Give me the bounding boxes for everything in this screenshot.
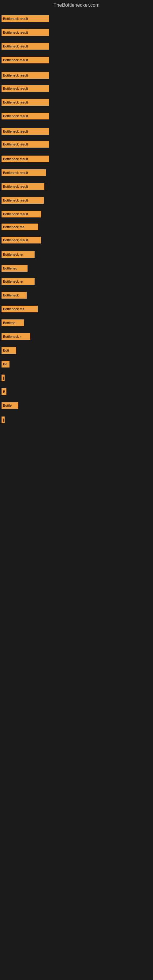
bar-label: Bottleneck result — [2, 29, 49, 36]
bar-label: Bottleneck result — [2, 141, 49, 148]
bar-item: Bottleneck re — [2, 278, 35, 285]
bar-label: B — [2, 388, 6, 395]
bar-item: Bottle — [2, 402, 18, 409]
bar-item: Bottleneck result — [2, 29, 49, 36]
bar-label: Bottleneck result — [2, 169, 46, 176]
bar-label: Bottleneck result — [2, 211, 41, 218]
bar-item: Bottleneck result — [2, 141, 49, 148]
bar-item: Bottleneck result — [2, 43, 49, 49]
bar-item: Bottleneck result — [2, 99, 49, 106]
bar-item: Bottleneck result — [2, 156, 49, 162]
bar-item: Bottlene — [2, 320, 24, 326]
bar-label: Bottle — [2, 402, 18, 409]
bar-item: Bott — [2, 347, 16, 354]
bar-label: Bottleneck result — [2, 57, 49, 64]
bar-label: Bottlene — [2, 320, 24, 326]
bar-item: Bottleneck result — [2, 15, 49, 22]
bar-item: Bottleneck — [2, 292, 27, 299]
bar-label: Bott — [2, 347, 16, 354]
bar-label: | — [2, 375, 5, 381]
bar-label: Bottleneck result — [2, 72, 49, 79]
bar-item: Bottleneck result — [2, 237, 41, 243]
bar-label: Bottleneck result — [2, 128, 49, 135]
bar-label: Bottleneck result — [2, 183, 45, 190]
bar-item: Bottleneck result — [2, 183, 45, 190]
bar-item: Bottleneck res — [2, 305, 38, 312]
bar-label: Bottleneck result — [2, 85, 49, 92]
bar-item: Bottlenec — [2, 265, 27, 272]
bar-label: Bottleneck res — [2, 224, 38, 230]
bottom-area — [0, 514, 153, 980]
bar-item: Bottleneck result — [2, 197, 44, 204]
bar-item: Bo — [2, 361, 10, 368]
bar-label: Bottleneck result — [2, 99, 49, 106]
bar-item: Bottleneck result — [2, 211, 41, 218]
bar-label: Bottleneck res — [2, 305, 38, 312]
bar-label: Bottleneck re — [2, 278, 35, 285]
bar-label: Bottleneck re — [2, 251, 35, 258]
bar-item: Bottleneck result — [2, 169, 46, 176]
bar-item: Bottleneck r — [2, 333, 30, 340]
bar-item: Bottleneck re — [2, 251, 35, 258]
bar-item: Bottleneck result — [2, 85, 49, 92]
bar-label: Bottleneck result — [2, 43, 49, 49]
bar-label: Bottleneck — [2, 292, 27, 299]
bar-item: | — [2, 417, 5, 423]
bar-label: Bottleneck result — [2, 15, 49, 22]
bar-label: Bottleneck result — [2, 237, 41, 243]
bar-item: Bottleneck result — [2, 72, 49, 79]
chart-area: Bottleneck resultBottleneck resultBottle… — [0, 9, 153, 514]
bar-label: Bottleneck result — [2, 197, 44, 204]
bar-item: Bottleneck res — [2, 224, 38, 230]
bar-label: Bo — [2, 361, 10, 368]
bar-label: Bottleneck r — [2, 333, 30, 340]
bar-label: Bottleneck result — [2, 113, 49, 119]
bar-label: | — [2, 417, 5, 423]
bar-item: | — [2, 375, 5, 381]
bar-item: Bottleneck result — [2, 57, 49, 64]
bar-label: Bottleneck result — [2, 156, 49, 162]
bar-label: Bottlenec — [2, 265, 27, 272]
site-title: TheBottlenecker.com — [0, 0, 153, 9]
bar-item: Bottleneck result — [2, 113, 49, 119]
bar-item: B — [2, 388, 6, 395]
bar-item: Bottleneck result — [2, 128, 49, 135]
